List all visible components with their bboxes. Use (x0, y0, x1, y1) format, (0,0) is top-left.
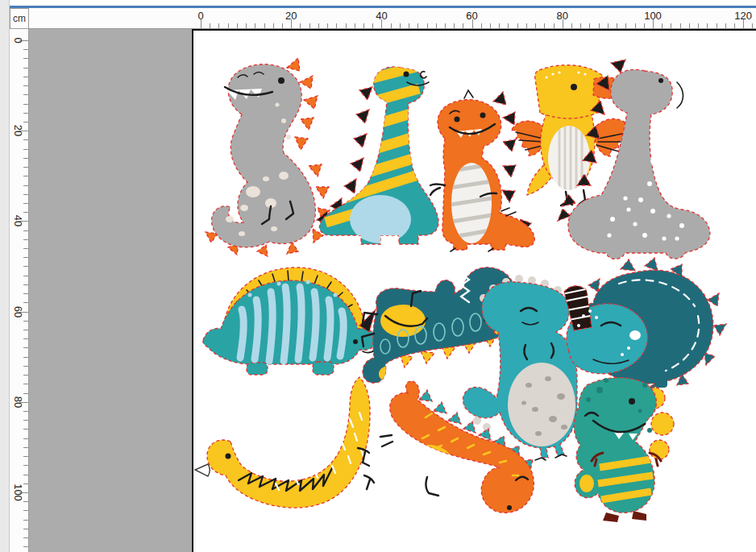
window-top-margin (10, 0, 756, 6)
ruler-label: 0 (12, 37, 24, 43)
media-page[interactable] (192, 29, 756, 552)
eye (226, 454, 231, 459)
beak (195, 464, 210, 476)
dinosaur-teal-stegosaurus[interactable] (203, 268, 376, 375)
ruler-label: 100 (12, 484, 24, 501)
ruler-label: 20 (12, 125, 24, 136)
dinosaur-green-trex[interactable] (574, 378, 674, 522)
dinosaur-design (193, 31, 756, 552)
eye (629, 398, 635, 405)
head-lashes (464, 90, 473, 98)
ruler-unit-label: cm (13, 13, 26, 24)
mouth (677, 82, 683, 108)
workspace-background[interactable] (29, 29, 192, 552)
dinosaur-teal-rhino[interactable] (563, 258, 726, 395)
eye-left (455, 117, 460, 122)
nostril (507, 505, 512, 510)
ruler-label: 120 (734, 10, 752, 22)
ruler-label: 80 (557, 10, 568, 22)
leg-front (247, 363, 268, 375)
dinosaur-yellow-swoosh[interactable] (195, 377, 374, 508)
nostril (421, 72, 426, 78)
toes (535, 454, 567, 460)
ruler-label: 100 (644, 10, 662, 22)
dinosaur-gray-seahorse[interactable] (206, 58, 330, 256)
foot-right (654, 379, 667, 388)
leg-back (313, 362, 334, 375)
eye (571, 84, 577, 90)
eye-right (480, 113, 486, 118)
ruler-vertical-ticks (10, 40, 28, 552)
ruler-horizontal-ticks (201, 8, 756, 28)
ruler-label: 20 (285, 10, 297, 22)
eye (404, 72, 409, 77)
ruler-horizontal[interactable]: 020406080100120 (29, 8, 756, 29)
ruler-label: 40 (12, 215, 24, 226)
ruler-label: 80 (12, 396, 24, 408)
ruler-unit-box: cm (10, 8, 29, 29)
belly (350, 195, 411, 243)
window-top-accent-bar (10, 6, 756, 8)
eye (658, 78, 663, 83)
ruler-label: 60 (466, 10, 477, 22)
ruler-label: 0 (197, 10, 203, 22)
eye (353, 339, 358, 344)
cutting-software-canvas-window: cm 020406080100120 020406080100 (0, 0, 756, 552)
belly (508, 363, 575, 446)
eye (278, 77, 285, 84)
ruler-vertical[interactable]: 020406080100 (10, 29, 29, 552)
dinosaur-orange-trex[interactable] (430, 90, 534, 251)
ruler-label: 40 (376, 10, 387, 22)
ruler-label: 60 (12, 305, 24, 317)
window-left-edge (0, 0, 10, 552)
dinosaur-teal-brontosaurus[interactable] (317, 66, 438, 244)
